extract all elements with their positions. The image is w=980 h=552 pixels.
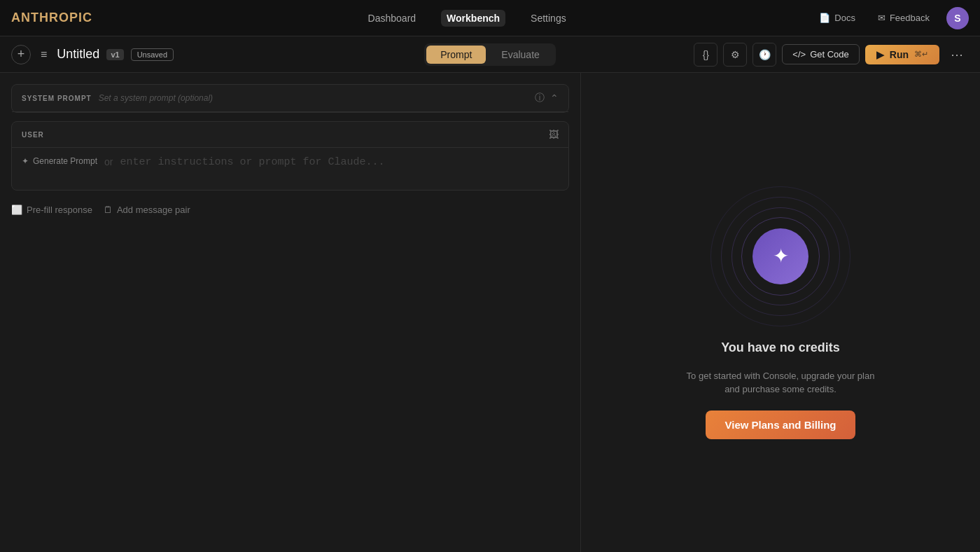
nav-dashboard[interactable]: Dashboard bbox=[363, 10, 422, 27]
list-icon: ≡ bbox=[41, 48, 47, 60]
system-prompt-section: SYSTEM PROMPT Set a system prompt (optio… bbox=[11, 84, 569, 113]
anthropic-logo: ANTHROPIC bbox=[11, 11, 92, 25]
generate-prompt-button[interactable]: ✦ Generate Prompt bbox=[22, 156, 97, 166]
feedback-icon: ✉ bbox=[878, 13, 886, 23]
settings-icon: ⚙ bbox=[731, 49, 740, 60]
run-icon: ▶ bbox=[876, 49, 884, 60]
main-content: SYSTEM PROMPT Set a system prompt (optio… bbox=[0, 73, 980, 552]
variables-icon: {} bbox=[703, 49, 709, 60]
tab-evaluate[interactable]: Evaluate bbox=[487, 46, 553, 64]
feedback-label: Feedback bbox=[890, 13, 930, 23]
nav-right: 📄 Docs ✉ Feedback S bbox=[813, 7, 969, 29]
bottom-actions: ⬜ Pre-fill response 🗒 Add message pair bbox=[11, 199, 569, 218]
left-panel: SYSTEM PROMPT Set a system prompt (optio… bbox=[0, 73, 581, 552]
get-code-button[interactable]: </> Get Code bbox=[782, 44, 859, 64]
docs-button[interactable]: 📄 Docs bbox=[813, 10, 861, 26]
tab-prompt[interactable]: Prompt bbox=[426, 46, 486, 64]
sparkle-icon: ✦ bbox=[773, 244, 789, 268]
history-button[interactable]: 🕐 bbox=[752, 43, 776, 67]
view-plans-billing-button[interactable]: View Plans and Billing bbox=[706, 410, 856, 439]
document-title: Untitled bbox=[57, 47, 99, 62]
pre-fill-label: Pre-fill response bbox=[27, 205, 92, 215]
system-prompt-header: SYSTEM PROMPT Set a system prompt (optio… bbox=[12, 85, 568, 112]
add-message-label: Add message pair bbox=[117, 205, 190, 215]
version-badge: v1 bbox=[106, 49, 123, 60]
user-section: USER 🖼 ✦ Generate Prompt or enter instru… bbox=[11, 121, 569, 191]
system-prompt-expand[interactable]: ⌃ bbox=[550, 92, 559, 104]
input-separator: or bbox=[104, 156, 113, 167]
user-header: USER 🖼 bbox=[12, 122, 568, 148]
system-prompt-icons: ⓘ ⌃ bbox=[535, 92, 559, 104]
no-credits-title: You have no credits bbox=[721, 340, 840, 355]
user-avatar[interactable]: S bbox=[946, 7, 969, 29]
docs-icon: 📄 bbox=[819, 13, 830, 23]
system-prompt-label: SYSTEM PROMPT bbox=[22, 95, 92, 102]
user-label: USER bbox=[22, 131, 44, 139]
user-body: ✦ Generate Prompt or enter instructions … bbox=[12, 148, 568, 190]
run-label: Run bbox=[890, 49, 909, 60]
nav-links: Dashboard Workbench Settings bbox=[120, 10, 813, 27]
generate-prompt-icon: ✦ bbox=[22, 156, 29, 166]
workbench-toolbar: + ≡ Untitled v1 Unsaved Prompt Evaluate … bbox=[0, 36, 980, 73]
history-icon: 🕐 bbox=[759, 49, 771, 60]
user-placeholder: enter instructions or prompt for Claude.… bbox=[120, 156, 385, 168]
system-prompt-info[interactable]: ⓘ bbox=[535, 92, 545, 104]
generate-prompt-label: Generate Prompt bbox=[33, 156, 97, 166]
no-credits-description: To get started with Console, upgrade you… bbox=[682, 369, 878, 396]
more-button[interactable]: ⋯ bbox=[945, 43, 969, 67]
toolbar-left: + ≡ Untitled v1 Unsaved bbox=[11, 45, 416, 64]
pre-fill-icon: ⬜ bbox=[11, 205, 22, 215]
add-message-icon: 🗒 bbox=[104, 205, 113, 215]
nav-settings[interactable]: Settings bbox=[525, 10, 572, 27]
feedback-button[interactable]: ✉ Feedback bbox=[872, 10, 935, 26]
add-message-pair-button[interactable]: 🗒 Add message pair bbox=[104, 202, 190, 218]
docs-label: Docs bbox=[834, 13, 855, 23]
list-button[interactable]: ≡ bbox=[38, 46, 50, 64]
tab-group: Prompt Evaluate bbox=[424, 43, 556, 66]
image-upload-button[interactable]: 🖼 bbox=[549, 129, 559, 140]
code-icon: </> bbox=[792, 49, 806, 60]
settings-button[interactable]: ⚙ bbox=[723, 43, 747, 67]
right-panel: ✦ You have no credits To get started wit… bbox=[581, 73, 980, 552]
system-prompt-hint: Set a system prompt (optional) bbox=[99, 93, 213, 103]
run-button[interactable]: ▶ Run ⌘↵ bbox=[865, 45, 939, 64]
toolbar-center: Prompt Evaluate bbox=[424, 43, 556, 66]
add-button[interactable]: + bbox=[11, 45, 31, 64]
variables-button[interactable]: {} bbox=[694, 43, 718, 67]
run-shortcut: ⌘↵ bbox=[914, 50, 928, 59]
center-circle: ✦ bbox=[752, 228, 808, 284]
user-input-area: ✦ Generate Prompt or enter instructions … bbox=[22, 156, 559, 168]
pre-fill-response-button[interactable]: ⬜ Pre-fill response bbox=[11, 202, 92, 218]
user-icons: 🖼 bbox=[549, 129, 559, 140]
nav-workbench[interactable]: Workbench bbox=[441, 10, 505, 27]
get-code-label: Get Code bbox=[810, 49, 849, 60]
unsaved-badge: Unsaved bbox=[131, 48, 174, 61]
toolbar-right: {} ⚙ 🕐 </> Get Code ▶ Run ⌘↵ ⋯ bbox=[564, 43, 969, 67]
no-credits-graphic: ✦ bbox=[710, 186, 850, 326]
more-icon: ⋯ bbox=[951, 47, 963, 62]
top-navigation: ANTHROPIC Dashboard Workbench Settings 📄… bbox=[0, 0, 980, 36]
